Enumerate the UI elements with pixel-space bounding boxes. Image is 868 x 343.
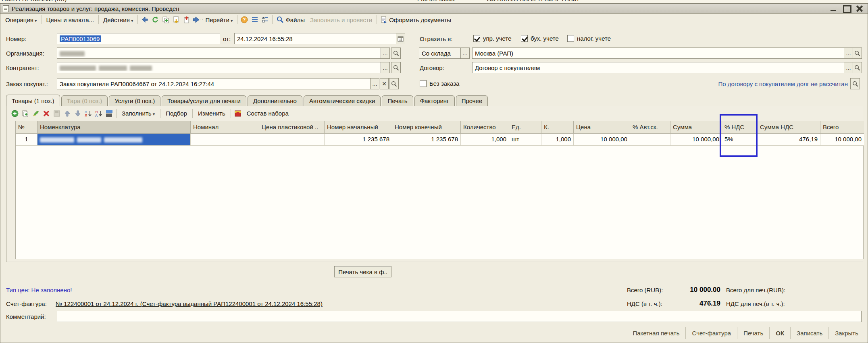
checkbox-box[interactable] xyxy=(521,35,528,42)
col-header-price[interactable]: Цена xyxy=(574,121,630,134)
pick-button[interactable]: Подбор xyxy=(162,109,191,118)
col-header-k[interactable]: К. xyxy=(541,121,574,134)
number-field[interactable]: РАП00013069 xyxy=(57,33,220,44)
col-header-plastic-price[interactable]: Цена пластиковой .. xyxy=(259,121,325,134)
save-button[interactable]: Записать xyxy=(790,327,828,339)
col-header-nominal[interactable]: Номинал xyxy=(191,121,259,134)
fill-menu[interactable]: Заполнить xyxy=(118,109,158,118)
go-arrow-icon[interactable] xyxy=(192,15,202,25)
cell-plastic-price[interactable] xyxy=(259,134,325,146)
col-header-num[interactable]: № xyxy=(16,121,37,134)
checkbox-box[interactable] xyxy=(567,35,574,42)
tab-print[interactable]: Печать xyxy=(382,95,413,106)
tab-services[interactable]: Услуги (0 поз.) xyxy=(109,95,160,106)
col-header-total[interactable]: Всего xyxy=(820,121,864,134)
tab-goods[interactable]: Товары (1 поз.) xyxy=(6,95,60,106)
warehouse-field[interactable]: Москва (РАП) … xyxy=(472,48,862,59)
tab-other[interactable]: Прочее xyxy=(456,95,488,106)
print-check-button[interactable]: Печать чека в ф.. xyxy=(334,266,391,277)
settings-list-icon[interactable] xyxy=(260,15,271,25)
checkbox-box[interactable] xyxy=(420,80,427,87)
cell-total[interactable]: 10 000,00 xyxy=(820,134,864,146)
post-document-icon[interactable] xyxy=(171,15,181,25)
contract-ellipsis-button[interactable]: … xyxy=(844,62,853,73)
sort-descending-icon[interactable]: ЯА xyxy=(94,109,104,118)
counterparty-field[interactable]: … xyxy=(57,62,390,73)
col-header-quantity[interactable]: Количество xyxy=(461,121,509,134)
barcode-icon[interactable] xyxy=(104,109,114,118)
batch-print-button[interactable]: Пакетная печать xyxy=(627,327,686,339)
warehouse-mode-combo[interactable]: Со склада … xyxy=(419,48,470,59)
cell-number-start[interactable]: 1 235 678 xyxy=(325,134,392,146)
col-header-vat-sum[interactable]: Сумма НДС xyxy=(758,121,820,134)
table-row[interactable]: 1 1 235 678 1 235 678 1,000 шт 1,000 10 … xyxy=(16,134,863,146)
edit-row-icon[interactable] xyxy=(31,109,41,118)
cell-number-end[interactable]: 1 235 678 xyxy=(392,134,461,146)
set-contents-icon[interactable] xyxy=(233,109,243,118)
col-header-sum[interactable]: Сумма xyxy=(670,121,722,134)
organization-field[interactable]: … xyxy=(57,48,390,59)
cell-vat-percent[interactable]: 5% xyxy=(722,134,758,146)
change-button[interactable]: Изменить xyxy=(194,109,229,118)
calendar-icon[interactable] xyxy=(396,33,405,44)
warehouse-mode-ellipsis-button[interactable]: … xyxy=(460,48,469,58)
col-header-unit[interactable]: Ед. xyxy=(509,121,541,134)
order-open-button[interactable] xyxy=(389,78,399,89)
reread-icon[interactable] xyxy=(139,15,150,25)
operation-menu[interactable]: Операция xyxy=(2,15,40,25)
checkbox-book-accounting[interactable]: бух. учете xyxy=(521,35,559,42)
date-field[interactable]: 24.12.2024 16:55:28 xyxy=(234,33,405,44)
cell-num[interactable]: 1 xyxy=(16,134,37,146)
invoice-link[interactable]: № 122400001 от 24.12.2024 г. (Счет-факту… xyxy=(56,300,323,307)
close-button[interactable]: Закрыть xyxy=(828,327,864,339)
cell-sum[interactable]: 10 000,00 xyxy=(670,134,722,146)
copy-icon[interactable] xyxy=(160,15,171,25)
cell-nominal[interactable] xyxy=(191,134,259,146)
warehouse-ellipsis-button[interactable]: … xyxy=(844,48,853,58)
counterparty-open-button[interactable] xyxy=(391,62,401,73)
organization-ellipsis-button[interactable]: … xyxy=(381,48,389,58)
move-down-icon[interactable] xyxy=(73,109,83,118)
contract-open-button[interactable] xyxy=(853,62,862,73)
cell-nomenclature[interactable] xyxy=(37,134,191,146)
tab-auto-discounts[interactable]: Автоматические скидки xyxy=(304,95,381,106)
cell-price[interactable]: 10 000,00 xyxy=(574,134,630,146)
order-ellipsis-button[interactable]: … xyxy=(370,79,379,89)
checkbox-no-order[interactable]: Без заказа xyxy=(420,80,459,87)
go-menu[interactable]: Перейти xyxy=(202,15,235,25)
tab-goods-for-print[interactable]: Товары/услуги для печати xyxy=(162,95,246,106)
delete-row-icon[interactable] xyxy=(41,109,52,118)
make-documents-button[interactable]: Оформить документы xyxy=(379,16,454,23)
unpost-document-icon[interactable] xyxy=(181,15,192,25)
invoice-button[interactable]: Счет-фактура xyxy=(685,327,737,339)
set-contents-button[interactable]: Состав набора xyxy=(243,109,292,118)
debt-open-button[interactable] xyxy=(850,78,860,89)
tab-additional[interactable]: Дополнительно xyxy=(248,95,302,106)
order-field[interactable]: Заказ покупателя РАП00064667 от 24.12.20… xyxy=(57,78,379,89)
cell-auto-discount[interactable] xyxy=(630,134,670,146)
checkbox-management-accounting[interactable]: упр. учете xyxy=(473,35,512,42)
maximize-icon[interactable] xyxy=(843,5,850,12)
minimize-icon[interactable] xyxy=(830,5,837,12)
cell-quantity[interactable]: 1,000 xyxy=(461,134,509,146)
actions-menu[interactable]: Действия xyxy=(100,15,136,25)
files-button[interactable]: Файлы xyxy=(274,16,307,23)
col-header-auto-discount[interactable]: % Авт.ск. xyxy=(630,121,670,134)
close-icon[interactable] xyxy=(856,5,863,12)
contract-field[interactable]: Договор с покупателем … xyxy=(472,62,862,73)
warehouse-open-button[interactable] xyxy=(853,48,862,58)
checkbox-tax-accounting[interactable]: налог. учете xyxy=(567,35,611,42)
print-button[interactable]: Печать xyxy=(737,327,769,339)
contract-debt-link[interactable]: По договору с покупателем долг не рассчи… xyxy=(718,81,848,87)
refresh-icon[interactable] xyxy=(150,15,160,25)
col-header-nomenclature[interactable]: Номенклатура xyxy=(37,121,191,134)
tab-factoring[interactable]: Факторинг xyxy=(414,95,455,106)
cell-vat-sum[interactable]: 476,19 xyxy=(758,134,820,146)
cell-k[interactable]: 1,000 xyxy=(541,134,574,146)
order-clear-button[interactable]: ✕ xyxy=(380,78,389,89)
structure-icon[interactable] xyxy=(250,15,260,25)
organization-open-button[interactable] xyxy=(391,48,401,59)
counterparty-ellipsis-button[interactable]: … xyxy=(381,62,389,73)
checkbox-box[interactable] xyxy=(473,35,480,42)
comment-field[interactable] xyxy=(57,311,862,322)
